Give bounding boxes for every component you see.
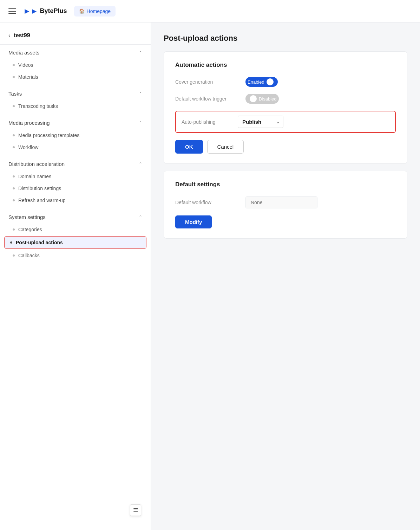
sidebar-item-post-upload-actions[interactable]: Post-upload actions xyxy=(4,236,146,249)
homepage-label: Homepage xyxy=(87,8,111,14)
sidebar-item-workflow-label: Workflow xyxy=(18,144,38,150)
sidebar-item-post-upload-label: Post-upload actions xyxy=(16,240,63,245)
dot-icon xyxy=(13,76,15,78)
dot-icon xyxy=(13,134,15,136)
sidebar-collapse-button[interactable]: ☰ xyxy=(130,504,141,516)
dot-icon xyxy=(13,254,15,257)
default-workflow-input[interactable] xyxy=(245,196,317,208)
chevron-up-icon: ⌃ xyxy=(139,215,142,220)
sidebar-item-categories[interactable]: Categories xyxy=(0,224,151,235)
dot-icon xyxy=(13,64,15,66)
section-media-assets-header[interactable]: Media assets ⌃ xyxy=(0,45,151,59)
dot-icon xyxy=(13,175,15,177)
section-media-assets: Media assets ⌃ Videos Materials xyxy=(0,45,151,86)
back-arrow-icon: ‹ xyxy=(8,32,10,39)
sidebar: ‹ test99 Media assets ⌃ Videos Materials xyxy=(0,22,151,530)
default-workflow-row: Default workflow xyxy=(175,196,396,208)
section-tasks-items: Transcoding tasks xyxy=(0,100,151,115)
auto-publishing-row: Auto-publishing Publish Draft None ⌄ xyxy=(175,111,396,133)
sidebar-item-domain-label: Domain names xyxy=(18,174,51,179)
section-media-processing-label: Media processing xyxy=(8,120,50,126)
default-settings-card: Default settings Default workflow Modify xyxy=(164,171,407,239)
section-system-settings-label: System settings xyxy=(8,214,46,220)
sidebar-item-materials[interactable]: Materials xyxy=(0,71,151,83)
workflow-trigger-toggle[interactable]: Disabled xyxy=(245,94,279,104)
sidebar-item-transcoding-tasks[interactable]: Transcoding tasks xyxy=(0,100,151,112)
home-icon: 🏠 xyxy=(79,8,85,14)
dot-icon xyxy=(13,228,15,231)
sidebar-item-templates-label: Media processing templates xyxy=(18,132,79,138)
dot-icon xyxy=(13,105,15,107)
page-title: Post-upload actions xyxy=(164,34,407,43)
chevron-up-icon: ⌃ xyxy=(139,121,142,125)
hamburger-menu[interactable] xyxy=(8,8,16,14)
sidebar-item-refresh-label: Refresh and warm-up xyxy=(18,198,66,203)
cancel-button[interactable]: Cancel xyxy=(207,140,244,154)
workflow-trigger-row: Default workflow trigger Disabled xyxy=(175,94,396,104)
homepage-button[interactable]: 🏠 Homepage xyxy=(74,6,116,17)
sidebar-item-distribution-settings-label: Distribution settings xyxy=(18,186,61,191)
chevron-up-icon: ⌃ xyxy=(139,162,142,167)
sidebar-item-callbacks-label: Callbacks xyxy=(18,253,40,258)
main-content: Post-upload actions Automatic actions Co… xyxy=(151,22,420,530)
sidebar-item-distribution-settings[interactable]: Distribution settings xyxy=(0,182,151,194)
modify-button[interactable]: Modify xyxy=(175,215,212,228)
sidebar-item-workflow[interactable]: Workflow xyxy=(0,141,151,153)
section-tasks-header[interactable]: Tasks ⌃ xyxy=(0,86,151,100)
sidebar-back-title: test99 xyxy=(14,32,30,39)
automatic-actions-card: Automatic actions Cover generation Enabl… xyxy=(164,51,407,164)
toggle-knob-icon xyxy=(267,78,274,85)
section-media-processing-items: Media processing templates Workflow xyxy=(0,129,151,156)
section-distribution-label: Distribution acceleration xyxy=(8,161,65,167)
dot-icon xyxy=(13,199,15,201)
automatic-actions-buttons: OK Cancel xyxy=(175,140,396,154)
dot-icon xyxy=(10,241,12,244)
publish-select-wrapper: Publish Draft None ⌄ xyxy=(238,116,283,128)
ok-button[interactable]: OK xyxy=(175,140,203,154)
chevron-up-icon: ⌃ xyxy=(139,50,142,55)
sidebar-item-categories-label: Categories xyxy=(18,227,42,232)
topnav: ►► BytePlus 🏠 Homepage xyxy=(0,0,420,22)
section-distribution-items: Domain names Distribution settings Refre… xyxy=(0,170,151,209)
sidebar-item-videos-label: Videos xyxy=(18,62,33,68)
cover-generation-toggle-label: Enabled xyxy=(248,79,264,85)
default-settings-title: Default settings xyxy=(175,181,396,188)
automatic-actions-title: Automatic actions xyxy=(175,62,396,69)
sidebar-back[interactable]: ‹ test99 xyxy=(0,28,151,45)
collapse-icon: ☰ xyxy=(133,507,138,513)
dot-icon xyxy=(13,146,15,148)
section-media-processing: Media processing ⌃ Media processing temp… xyxy=(0,115,151,156)
cover-generation-label: Cover generation xyxy=(175,79,238,85)
section-distribution: Distribution acceleration ⌃ Domain names… xyxy=(0,156,151,209)
section-tasks: Tasks ⌃ Transcoding tasks xyxy=(0,86,151,115)
logo: ►► BytePlus xyxy=(23,7,67,16)
sidebar-item-materials-label: Materials xyxy=(18,74,38,80)
cover-generation-row: Cover generation Enabled xyxy=(175,77,396,87)
logo-icon: ►► xyxy=(23,7,38,16)
section-distribution-header[interactable]: Distribution acceleration ⌃ xyxy=(0,156,151,170)
sidebar-item-callbacks[interactable]: Callbacks xyxy=(0,250,151,261)
sidebar-item-media-processing-templates[interactable]: Media processing templates xyxy=(0,129,151,141)
dot-icon xyxy=(13,187,15,189)
workflow-trigger-label: Default workflow trigger xyxy=(175,96,238,102)
sidebar-item-refresh-warmup[interactable]: Refresh and warm-up xyxy=(0,194,151,206)
section-system-settings-header[interactable]: System settings ⌃ xyxy=(0,209,151,224)
auto-publishing-label: Auto-publishing xyxy=(182,119,231,125)
publish-select[interactable]: Publish Draft None xyxy=(238,116,283,128)
default-workflow-label: Default workflow xyxy=(175,200,238,205)
section-tasks-label: Tasks xyxy=(8,91,22,97)
cover-generation-toggle[interactable]: Enabled xyxy=(245,77,278,87)
sidebar-item-domain-names[interactable]: Domain names xyxy=(0,170,151,182)
chevron-up-icon: ⌃ xyxy=(139,91,142,96)
section-system-settings-items: Categories Post-upload actions Callbacks xyxy=(0,224,151,264)
sidebar-item-transcoding-label: Transcoding tasks xyxy=(18,103,58,109)
section-media-assets-items: Videos Materials xyxy=(0,59,151,86)
section-system-settings: System settings ⌃ Categories Post-upload… xyxy=(0,209,151,264)
workflow-trigger-toggle-label: Disabled xyxy=(259,96,277,102)
logo-text: BytePlus xyxy=(40,7,67,15)
sidebar-item-videos[interactable]: Videos xyxy=(0,59,151,71)
toggle-knob-icon xyxy=(250,95,257,102)
section-media-assets-label: Media assets xyxy=(8,50,39,56)
section-media-processing-header[interactable]: Media processing ⌃ xyxy=(0,115,151,129)
main-layout: ‹ test99 Media assets ⌃ Videos Materials xyxy=(0,22,420,530)
